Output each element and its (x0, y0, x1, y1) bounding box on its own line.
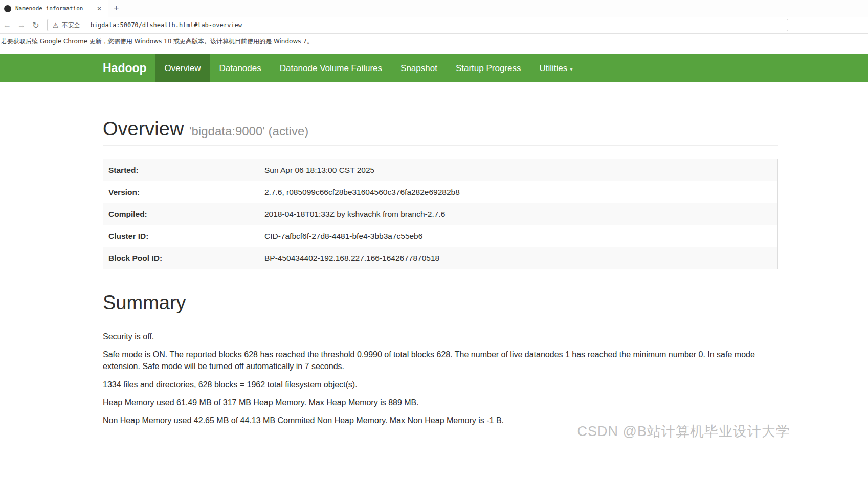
favicon-icon (4, 5, 11, 12)
summary-paragraph: Security is off. (103, 331, 778, 342)
notice-text: 若要获取后续 Google Chrome 更新，您需使用 Windows 10 … (1, 37, 313, 46)
table-row: Compiled: 2018-04-18T01:33Z by kshvachk … (103, 203, 778, 225)
summary-header: Summary (103, 292, 778, 319)
summary-paragraph: 1334 files and directories, 628 blocks =… (103, 379, 778, 391)
row-value: Sun Apr 06 18:13:00 CST 2025 (259, 159, 778, 181)
row-value: 2018-04-18T01:33Z by kshvachk from branc… (259, 203, 778, 225)
overview-header: Overview 'bigdata:9000' (active) (103, 118, 778, 146)
tab-strip: Namenode information ✕ + (0, 0, 868, 17)
overview-title: Overview (103, 118, 184, 140)
row-value: BP-450434402-192.168.227.166-16426778705… (259, 247, 778, 269)
summary-paragraph: Safe mode is ON. The reported blocks 628… (103, 349, 778, 372)
summary-text: Security is off. Safe mode is ON. The re… (103, 331, 778, 426)
url-text[interactable]: bigdata:50070/dfshealth.html#tab-overvie… (91, 21, 242, 29)
chevron-down-icon: ▾ (570, 66, 573, 72)
hadoop-navbar: Hadoop Overview Datanodes Datanode Volum… (0, 54, 868, 82)
page-title: Overview 'bigdata:9000' (active) (103, 118, 778, 140)
main-content: Overview 'bigdata:9000' (active) Started… (103, 118, 778, 426)
row-value: 2.7.6, r085099c66cf28be31604560c376fa282… (259, 181, 778, 203)
nav-item-datanode-volume-failures[interactable]: Datanode Volume Failures (271, 54, 391, 82)
nav-item-snapshot[interactable]: Snapshot (391, 54, 447, 82)
address-bar: ← → ↻ ⚠ 不安全 bigdata:50070/dfshealth.html… (0, 17, 868, 34)
navbar-items: Overview Datanodes Datanode Volume Failu… (155, 54, 582, 82)
summary-title: Summary (103, 292, 778, 314)
nav-item-overview[interactable]: Overview (155, 54, 210, 82)
table-row: Block Pool ID: BP-450434402-192.168.227.… (103, 247, 778, 269)
tab-title: Namenode information (15, 5, 95, 12)
table-row: Started: Sun Apr 06 18:13:00 CST 2025 (103, 159, 778, 181)
summary-paragraph: Heap Memory used 61.49 MB of 317 MB Heap… (103, 397, 778, 408)
forward-icon[interactable]: → (14, 18, 29, 32)
security-badge[interactable]: 不安全 (62, 21, 80, 30)
nav-item-startup-progress[interactable]: Startup Progress (447, 54, 530, 82)
row-value: CID-7afbcf6f-27d8-4481-bfe4-3bb3a7c55eb6 (259, 225, 778, 247)
url-input[interactable]: ⚠ 不安全 bigdata:50070/dfshealth.html#tab-o… (47, 19, 788, 31)
table-row: Cluster ID: CID-7afbcf6f-27d8-4481-bfe4-… (103, 225, 778, 247)
divider (85, 21, 85, 29)
row-label: Compiled: (103, 203, 259, 225)
overview-subtitle: 'bigdata:9000' (active) (189, 124, 308, 138)
nav-item-utilities-label: Utilities (539, 63, 567, 73)
browser-notice-bar: 若要获取后续 Google Chrome 更新，您需使用 Windows 10 … (0, 34, 868, 49)
new-tab-button[interactable]: + (108, 0, 124, 17)
browser-tab[interactable]: Namenode information ✕ (0, 0, 108, 17)
summary-paragraph: Non Heap Memory used 42.65 MB of 44.13 M… (103, 415, 778, 426)
browser-chrome: Namenode information ✕ + ← → ↻ ⚠ 不安全 big… (0, 0, 868, 49)
row-label: Version: (103, 181, 259, 203)
warning-icon: ⚠ (53, 22, 59, 29)
table-row: Version: 2.7.6, r085099c66cf28be31604560… (103, 181, 778, 203)
nav-item-datanodes[interactable]: Datanodes (210, 54, 270, 82)
row-label: Started: (103, 159, 259, 181)
row-label: Cluster ID: (103, 225, 259, 247)
back-icon[interactable]: ← (0, 18, 14, 32)
row-label: Block Pool ID: (103, 247, 259, 269)
close-icon[interactable]: ✕ (95, 4, 104, 13)
nav-item-utilities[interactable]: Utilities▾ (530, 54, 582, 82)
reload-icon[interactable]: ↻ (29, 18, 43, 32)
overview-info-table: Started: Sun Apr 06 18:13:00 CST 2025 Ve… (103, 159, 778, 269)
navbar-brand[interactable]: Hadoop (103, 54, 155, 82)
